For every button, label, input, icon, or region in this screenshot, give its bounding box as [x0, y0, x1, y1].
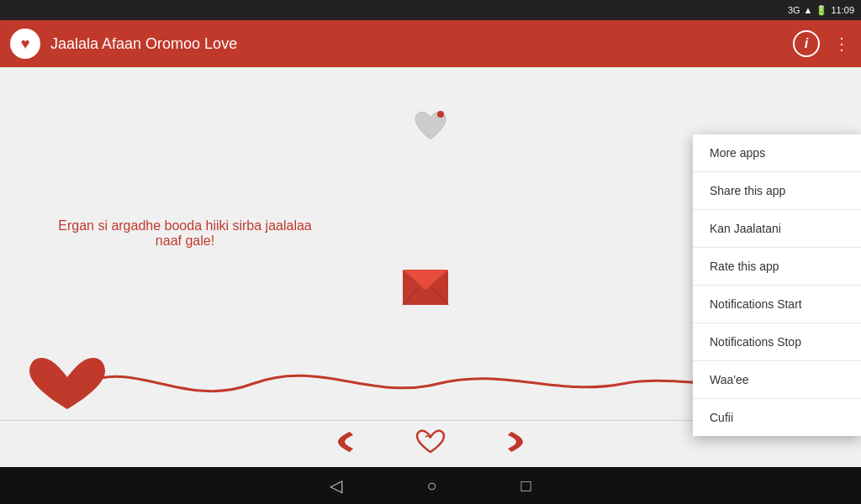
app-bar: ♥ Jaalala Afaan Oromoo Love i ⋮: [0, 20, 861, 67]
time-display: 11:09: [831, 5, 854, 15]
menu-item-waae[interactable]: Waa'ee: [693, 361, 861, 399]
menu-item-more-apps[interactable]: More apps: [693, 134, 861, 172]
app-bar-actions: i ⋮: [793, 30, 851, 57]
svg-point-0: [437, 111, 444, 118]
info-button[interactable]: i: [793, 30, 820, 57]
home-button[interactable]: ○: [426, 476, 436, 496]
next-icon: [496, 430, 526, 454]
back-button[interactable]: ◁: [330, 475, 342, 496]
menu-item-notifications-start[interactable]: Notifications Start: [693, 286, 861, 323]
next-button[interactable]: [496, 430, 526, 459]
center-nav-heart-icon: [415, 428, 446, 455]
more-options-button[interactable]: ⋮: [833, 34, 851, 54]
menu-item-kan-jaalatani[interactable]: Kan Jaalatani: [693, 210, 861, 248]
center-heart-button[interactable]: [415, 428, 446, 460]
dropdown-menu: More apps Share this app Kan Jaalatani R…: [693, 134, 861, 436]
main-body-text: Ergan si argadhe booda hiiki sirba jaala…: [25, 218, 345, 249]
menu-item-share-app[interactable]: Share this app: [693, 172, 861, 210]
more-icon-label: ⋮: [833, 34, 851, 53]
network-indicator: 3G: [788, 5, 800, 15]
prev-button[interactable]: [335, 430, 365, 459]
status-bar: 3G ▲ 🔋 11:09: [0, 0, 861, 20]
logo-heart-icon: ♥: [21, 35, 30, 53]
menu-item-cufii[interactable]: Cufii: [693, 399, 861, 436]
menu-item-rate-app[interactable]: Rate this app: [693, 248, 861, 286]
heart-center-icon: [414, 109, 447, 141]
system-nav-bar: ◁ ○ □: [0, 467, 861, 504]
recents-button[interactable]: □: [521, 476, 531, 496]
body-line1: Ergan si argadhe booda hiiki sirba jaala…: [25, 218, 345, 234]
email-icon: [402, 269, 449, 306]
menu-item-notifications-stop[interactable]: Notifications Stop: [693, 323, 861, 361]
prev-icon: [335, 430, 365, 454]
envelope-icon: [402, 269, 449, 315]
info-icon-label: i: [805, 36, 808, 51]
main-content: Ergan si argadhe booda hiiki sirba jaala…: [0, 67, 861, 467]
app-logo: ♥: [10, 29, 40, 59]
signal-icon: ▲: [804, 5, 813, 15]
app-title: Jaalala Afaan Oromoo Love: [50, 35, 783, 53]
battery-icon: 🔋: [816, 5, 827, 16]
body-line2: naaf gale!: [25, 234, 345, 249]
small-heart-area: [414, 109, 447, 144]
